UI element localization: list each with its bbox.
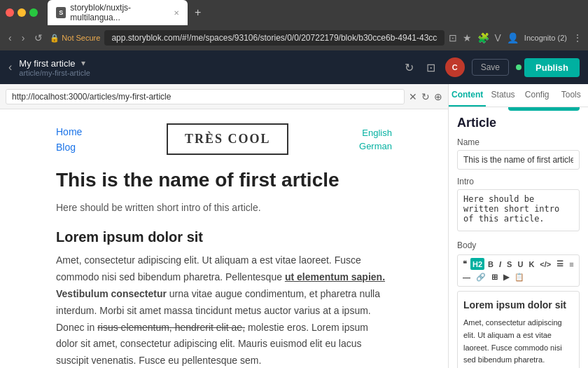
sync-icon[interactable]: 👤 <box>507 32 519 43</box>
maximize-button[interactable] <box>29 8 38 17</box>
close-button[interactable] <box>6 8 14 17</box>
toolbar-hyperlink-button[interactable]: 🔗 <box>474 271 488 283</box>
reload-button[interactable]: ↺ <box>31 31 46 45</box>
preview-pane: ✕ ↻ ⊕ Home Blog TRÈS COOL English German… <box>0 84 448 368</box>
minimize-button[interactable] <box>18 8 26 17</box>
security-text: Not Secure <box>62 34 100 42</box>
preview-toolbar: ✕ ↻ ⊕ <box>0 84 448 109</box>
back-nav-button[interactable]: ‹ <box>6 31 15 45</box>
preview-content: Home Blog TRÈS COOL English German This … <box>0 109 448 368</box>
duplicate-icon[interactable]: ⊡ <box>424 61 438 74</box>
header-title-group: My first article ▾ article/my-first-arti… <box>19 58 90 77</box>
new-tab-button[interactable]: + <box>192 6 204 19</box>
toolbar-ol-button[interactable]: ≡ <box>567 258 575 270</box>
tab-config[interactable]: Config <box>520 84 554 107</box>
panel-body: Article Define schema ▾ Name Intro Here … <box>449 107 588 368</box>
tab-content[interactable]: Content <box>449 84 486 107</box>
tab-tools[interactable]: Tools <box>554 84 588 107</box>
app-header: ‹ My first article ▾ article/my-first-ar… <box>0 50 588 84</box>
intro-field-label: Intro <box>457 177 580 186</box>
toolbar-code-button[interactable]: </> <box>538 258 553 270</box>
site-logo: TRÈS COOL <box>167 123 289 155</box>
main-layout: ✕ ↻ ⊕ Home Blog TRÈS COOL English German… <box>0 84 588 368</box>
back-to-stories-button[interactable]: ‹ <box>8 61 12 74</box>
article-intro-text: Here should be written short intro of th… <box>56 200 392 215</box>
toolbar-ul-button[interactable]: ☰ <box>554 258 566 270</box>
body-styled-text: ut elementum sapien. <box>285 271 385 282</box>
toolbar-hr-button[interactable]: — <box>461 271 472 283</box>
bookmark-icon[interactable]: ★ <box>463 32 472 43</box>
avatar: C <box>445 57 465 77</box>
language-switcher: English German <box>359 128 392 151</box>
site-nav: Home Blog TRÈS COOL English German <box>56 123 392 155</box>
security-badge: 🔒 Not Secure <box>50 34 100 43</box>
tab-close-icon[interactable]: ✕ <box>174 9 179 17</box>
publish-button[interactable]: Publish <box>524 58 580 77</box>
online-status-dot <box>516 64 522 70</box>
rich-text-toolbar: ❝ H2 B I S U K </> ☰ ≡ — 🔗 ⊞ ▶ 📋 <box>457 254 580 287</box>
forward-nav-button[interactable]: › <box>19 31 28 45</box>
right-panel: Content Status Config Tools Article Defi… <box>448 84 588 368</box>
toolbar-quote-button[interactable]: ❝ <box>461 258 469 270</box>
toolbar-h2-button[interactable]: H2 <box>470 258 484 270</box>
toolbar-embed-button[interactable]: ▶ <box>501 271 511 283</box>
incognito-label: Incognito (2) <box>524 34 567 42</box>
body-field-label: Body <box>457 240 580 250</box>
toolbar-italic-button[interactable]: I <box>497 258 503 270</box>
refresh-icon[interactable]: ↻ <box>402 61 416 74</box>
article-title-header: My first article <box>19 58 75 69</box>
reload-preview-icon[interactable]: ↻ <box>421 91 430 102</box>
profile-icon[interactable]: V <box>495 32 501 43</box>
section1-body: Amet, consectetur adipiscing elit. Ut al… <box>56 252 392 368</box>
tab-status[interactable]: Status <box>486 84 520 107</box>
toolbar-strikethrough-button[interactable]: S <box>505 258 514 270</box>
nav-blog-link[interactable]: Blog <box>56 142 82 153</box>
lang-english-link[interactable]: English <box>362 128 392 138</box>
browser-tab[interactable]: S storyblok/nuxtjs-multilangua... ✕ <box>48 0 188 25</box>
article-subtitle-header: article/my-first-article <box>19 69 90 77</box>
body-preview-title: Lorem ipsum dolor sit <box>463 297 573 313</box>
refresh-preview-icon[interactable]: ✕ <box>409 91 417 102</box>
tab-favicon: S <box>56 7 66 18</box>
article-main-title: This is the name of first article <box>56 169 392 191</box>
schema-header: Article Define schema ▾ <box>457 116 580 130</box>
save-button[interactable]: Save <box>472 59 509 76</box>
lock-icon: 🔒 <box>50 34 59 43</box>
menu-icon[interactable]: ⋮ <box>573 32 582 43</box>
toolbar-image-button[interactable]: ⊞ <box>489 271 500 283</box>
toolbar-underline-button[interactable]: U <box>515 258 525 270</box>
title-chevron-icon: ▾ <box>81 58 85 68</box>
panel-tabs: Content Status Config Tools <box>449 84 588 107</box>
toolbar-link-button[interactable]: K <box>526 258 536 270</box>
cast-icon[interactable]: ⊡ <box>449 32 457 43</box>
body-preview-text: Amet, consectetur adipiscing elit. Ut al… <box>463 317 573 368</box>
toolbar-copy-button[interactable]: 📋 <box>512 271 526 283</box>
body-preview-area[interactable]: Lorem ipsum dolor sit Amet, consectetur … <box>457 291 580 368</box>
name-field[interactable] <box>457 150 580 170</box>
browser-chrome: S storyblok/nuxtjs-multilangua... ✕ + <box>0 0 588 25</box>
toolbar-bold-button[interactable]: B <box>486 258 496 270</box>
section1-title: Lorem ipsum dolor sit <box>56 229 392 245</box>
address-bar[interactable] <box>104 30 444 46</box>
tab-bar: S storyblok/nuxtjs-multilangua... ✕ + <box>48 0 582 25</box>
lang-german-link[interactable]: German <box>359 141 392 151</box>
address-bar-row: ‹ › ↺ 🔒 Not Secure ⊡ ★ 🧩 V 👤 Incognito (… <box>0 25 588 50</box>
browser-action-icons: ⊡ ★ 🧩 V 👤 Incognito (2) ⋮ <box>449 32 583 43</box>
panel-section-label: Article <box>457 116 496 130</box>
name-field-label: Name <box>457 137 580 147</box>
define-schema-button[interactable]: Define schema ▾ <box>508 107 580 111</box>
intro-field[interactable]: Here should be written short intro of th… <box>457 189 580 231</box>
nav-home-link[interactable]: Home <box>56 126 82 137</box>
tab-title: storyblok/nuxtjs-multilangua... <box>70 3 169 22</box>
body-bold-text: Vestibulum consectetur <box>56 288 167 299</box>
preview-url-bar[interactable] <box>6 89 405 104</box>
extensions-icon[interactable]: 🧩 <box>477 32 489 43</box>
body-strike-text: risus elementum, hendrerit elit ae, <box>97 322 245 333</box>
traffic-lights <box>6 8 38 17</box>
open-preview-icon[interactable]: ⊕ <box>434 91 442 102</box>
